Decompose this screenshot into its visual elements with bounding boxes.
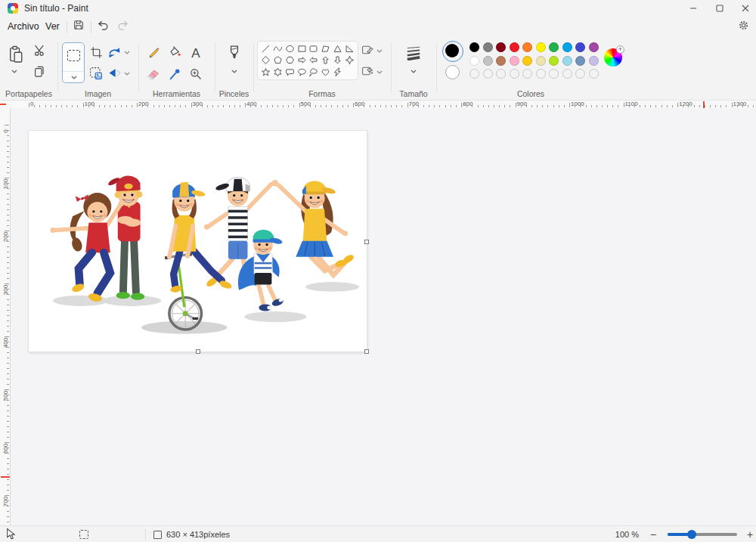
palette-swatch-fff200[interactable]	[536, 42, 546, 52]
zoom-out-button[interactable]: −	[650, 526, 656, 542]
palette-swatch-880015[interactable]	[496, 42, 506, 52]
redo-button[interactable]	[113, 18, 132, 35]
undo-button[interactable]	[94, 18, 112, 35]
zoom-in-button[interactable]: +	[747, 526, 753, 542]
shape-rounded-callout[interactable]	[284, 67, 296, 78]
menu-archivo[interactable]: Archivo	[3, 19, 44, 34]
palette-swatch-000000[interactable]	[469, 42, 479, 52]
brushes-dropdown-chevron[interactable]	[231, 70, 237, 73]
shape-ellipse[interactable]	[284, 43, 296, 54]
pencil-button[interactable]	[144, 45, 163, 63]
minimize-button[interactable]	[680, 0, 706, 17]
zoom-slider-thumb[interactable]	[687, 530, 696, 539]
color2-button[interactable]	[445, 65, 460, 79]
palette-swatch-ff7f27[interactable]	[522, 42, 532, 52]
brushes-button[interactable]	[225, 44, 243, 65]
custom-color-slot[interactable]	[469, 69, 479, 79]
copy-button[interactable]	[32, 65, 47, 80]
line-size-button[interactable]	[404, 45, 423, 63]
rotate-dropdown-chevron[interactable]	[124, 51, 130, 54]
palette-swatch-99d9ea[interactable]	[562, 56, 572, 66]
eyedropper-button[interactable]	[166, 67, 184, 85]
shape-arrow-right[interactable]	[296, 54, 308, 66]
fill-button[interactable]	[166, 45, 184, 63]
shape-arrow-left[interactable]	[308, 54, 320, 66]
menu-ver[interactable]: Ver	[41, 19, 64, 34]
shape-outline-chevron[interactable]	[376, 49, 383, 53]
palette-swatch-00a2e8[interactable]	[562, 42, 572, 52]
zoom-slider-track[interactable]	[668, 533, 737, 536]
palette-swatch-ffc90e[interactable]	[522, 56, 532, 66]
flip-button[interactable]	[106, 67, 122, 83]
shape-oval-callout[interactable]	[296, 67, 308, 78]
close-button[interactable]	[733, 0, 756, 17]
shape-pentagon[interactable]	[272, 54, 284, 66]
custom-color-slot[interactable]	[562, 69, 572, 79]
palette-swatch-efe4b0[interactable]	[536, 56, 546, 66]
custom-color-slot[interactable]	[549, 69, 559, 79]
shape-fill-button[interactable]	[360, 65, 375, 80]
custom-color-slot[interactable]	[496, 69, 506, 79]
palette-swatch-7f7f7f[interactable]	[483, 42, 493, 52]
palette-swatch-7092be[interactable]	[575, 56, 585, 66]
canvas-resize-handle-bottom[interactable]	[196, 349, 200, 354]
shape-rounded-rectangle[interactable]	[308, 43, 320, 54]
custom-color-slot[interactable]	[575, 69, 585, 79]
shape-outline-button[interactable]	[360, 44, 375, 59]
edit-colors-button[interactable]: +	[604, 48, 622, 67]
magnifier-button[interactable]	[187, 67, 205, 85]
palette-swatch-ffaec9[interactable]	[510, 56, 519, 66]
paste-dropdown-chevron[interactable]	[11, 70, 17, 73]
shape-rectangle[interactable]	[296, 43, 308, 54]
text-tool-button[interactable]: A	[187, 45, 205, 63]
shape-arrow-up[interactable]	[320, 54, 332, 66]
palette-swatch-c3c3c3[interactable]	[483, 56, 493, 66]
palette-swatch-ffffff[interactable]	[469, 56, 479, 66]
cut-button[interactable]	[32, 44, 47, 59]
color1-button[interactable]	[442, 41, 463, 62]
shape-arrow-down[interactable]	[332, 54, 344, 66]
shape-diamond[interactable]	[260, 54, 272, 66]
crop-button[interactable]	[88, 45, 104, 62]
canvas-resize-handle-right[interactable]	[364, 240, 369, 244]
palette-swatch-ed1c24[interactable]	[510, 42, 519, 52]
shape-cloud-callout[interactable]	[308, 67, 320, 78]
paste-button[interactable]	[6, 45, 26, 67]
shape-polygon[interactable]	[320, 43, 332, 54]
palette-swatch-c8bfe7[interactable]	[589, 56, 599, 66]
shape-four-point-star[interactable]	[343, 54, 355, 66]
palette-swatch-b97a57[interactable]	[496, 56, 506, 66]
shape-six-point-star[interactable]	[272, 67, 284, 78]
maximize-button[interactable]	[707, 0, 733, 17]
custom-color-slot[interactable]	[536, 69, 546, 79]
shape-hexagon[interactable]	[284, 54, 296, 66]
shape-right-triangle[interactable]	[343, 43, 355, 54]
save-button[interactable]	[70, 18, 88, 35]
shape-curve[interactable]	[272, 43, 284, 54]
custom-color-slot[interactable]	[510, 69, 519, 79]
settings-button[interactable]	[733, 18, 753, 35]
canvas-resize-handle-corner[interactable]	[364, 349, 369, 354]
shape-fill-chevron[interactable]	[376, 70, 383, 74]
line-size-chevron[interactable]	[411, 70, 417, 73]
resize-button[interactable]	[88, 67, 104, 83]
flip-dropdown-chevron[interactable]	[124, 72, 130, 76]
custom-color-slot[interactable]	[589, 69, 599, 79]
canvas[interactable]	[29, 131, 367, 352]
shape-line[interactable]	[260, 43, 272, 54]
rotate-button[interactable]	[106, 45, 122, 62]
ruler-tick	[7, 305, 9, 305]
palette-swatch-3f48cc[interactable]	[575, 42, 585, 52]
eraser-button[interactable]	[144, 67, 163, 85]
palette-swatch-b5e61d[interactable]	[549, 56, 559, 66]
select-tool-button[interactable]	[62, 42, 85, 83]
custom-color-slot[interactable]	[522, 69, 532, 79]
custom-color-slot[interactable]	[483, 69, 493, 79]
palette-swatch-a349a4[interactable]	[589, 42, 599, 52]
shape-five-point-star[interactable]	[260, 67, 272, 78]
palette-swatch-22b14c[interactable]	[549, 42, 559, 52]
shape-heart[interactable]	[320, 67, 332, 78]
shape-lightning[interactable]	[332, 67, 344, 78]
select-dropdown-chevron[interactable]	[71, 76, 77, 79]
shape-triangle[interactable]	[332, 43, 344, 54]
